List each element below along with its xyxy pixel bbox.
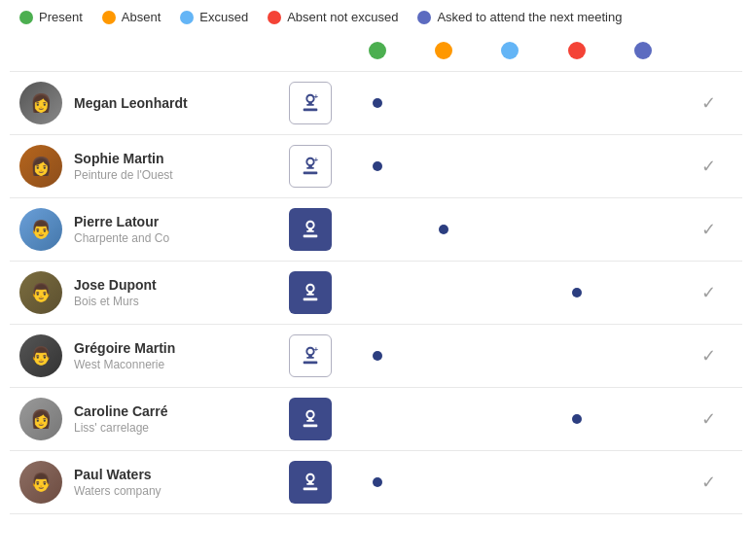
- stamp-icon: +: [300, 345, 321, 367]
- person-company: Peinture de l'Ouest: [74, 168, 173, 182]
- svg-rect-2: [304, 172, 318, 175]
- col-header-check: [676, 34, 742, 72]
- status-cell-absent[interactable]: [411, 135, 477, 198]
- status-cell-present[interactable]: [344, 451, 411, 514]
- status-cell-present[interactable]: [344, 388, 411, 451]
- sign-cell[interactable]: +: [277, 72, 344, 135]
- status-cell-excused[interactable]: [477, 72, 543, 135]
- status-dot: [439, 225, 448, 234]
- absent-not-excused-header-dot: [568, 42, 586, 59]
- sign-button-filled[interactable]: [289, 398, 332, 440]
- person-text-info: Megan Leonhardt: [74, 95, 188, 111]
- status-cell-absent_not_excused[interactable]: [543, 451, 609, 514]
- status-cell-present[interactable]: [344, 198, 411, 262]
- person-info-wrapper: 👨Grégoire MartinWest Maconnerie: [19, 334, 268, 377]
- status-cell-absent[interactable]: [411, 262, 477, 325]
- person-info-wrapper: 👨Pierre LatourCharpente and Co: [19, 208, 268, 251]
- svg-rect-5: [304, 298, 318, 301]
- sign-cell[interactable]: [277, 262, 344, 325]
- stamp-icon: [300, 472, 321, 493]
- absent-header-dot: [435, 42, 452, 59]
- checkmark-icon: ✓: [701, 283, 716, 302]
- sign-cell[interactable]: +: [277, 135, 344, 198]
- status-cell-absent[interactable]: [411, 325, 477, 388]
- status-cell-excused[interactable]: [477, 198, 543, 262]
- status-cell-excused[interactable]: [477, 135, 543, 198]
- status-dot: [373, 351, 382, 361]
- check-cell: ✓: [676, 198, 742, 262]
- checkmark-icon: ✓: [701, 346, 716, 366]
- status-cell-excused[interactable]: [477, 262, 543, 325]
- svg-rect-0: [304, 109, 318, 112]
- person-company: West Maconnerie: [74, 358, 175, 371]
- checkmark-icon: ✓: [701, 220, 716, 239]
- person-company: Charpente and Co: [74, 231, 169, 245]
- person-cell: 👩Megan Leonhardt: [10, 72, 277, 135]
- status-cell-present[interactable]: [344, 72, 411, 135]
- status-cell-present[interactable]: [344, 325, 411, 388]
- status-cell-asked_next[interactable]: [610, 198, 676, 262]
- person-name: Caroline Carré: [74, 403, 167, 419]
- sign-button-filled[interactable]: [289, 208, 332, 251]
- status-dot: [572, 414, 582, 424]
- person-info-wrapper: 👩Sophie MartinPeinture de l'Ouest: [19, 145, 268, 188]
- legend-dot: [268, 11, 281, 24]
- legend: PresentAbsentExcusedAbsent not excusedAs…: [0, 0, 752, 34]
- status-cell-asked_next[interactable]: [610, 451, 676, 514]
- check-cell: ✓: [676, 72, 742, 135]
- status-cell-absent_not_excused[interactable]: [543, 198, 609, 262]
- status-cell-absent_not_excused[interactable]: [543, 262, 609, 325]
- legend-item-present: Present: [19, 10, 83, 24]
- status-cell-absent_not_excused[interactable]: [543, 135, 609, 198]
- legend-dot: [102, 11, 116, 24]
- stamp-icon: [300, 219, 321, 240]
- person-name: Megan Leonhardt: [74, 95, 188, 111]
- sign-button-filled[interactable]: [289, 271, 332, 314]
- asked-next-header-dot: [634, 42, 652, 59]
- status-cell-absent[interactable]: [411, 198, 477, 262]
- sign-button-outline[interactable]: +: [289, 145, 332, 188]
- person-name: Sophie Martin: [74, 151, 173, 166]
- legend-label: Excused: [199, 10, 248, 24]
- sign-cell[interactable]: [277, 388, 344, 451]
- person-text-info: Pierre LatourCharpente and Co: [74, 214, 169, 245]
- status-cell-absent_not_excused[interactable]: [543, 388, 609, 451]
- col-header-asked-next: [610, 34, 676, 72]
- status-cell-absent[interactable]: [411, 388, 477, 451]
- svg-rect-4: [304, 235, 318, 238]
- person-info-wrapper: 👩Megan Leonhardt: [19, 82, 268, 124]
- person-cell: 👩Caroline CarréLiss' carrelage: [10, 388, 277, 451]
- person-cell: 👨Pierre LatourCharpente and Co: [10, 198, 277, 262]
- status-dot: [572, 288, 582, 298]
- sign-cell[interactable]: [277, 451, 344, 514]
- status-cell-absent[interactable]: [411, 72, 477, 135]
- status-cell-present[interactable]: [344, 262, 411, 325]
- sign-button-outline[interactable]: +: [289, 334, 332, 377]
- person-info-wrapper: 👩Caroline CarréLiss' carrelage: [19, 398, 268, 440]
- status-cell-present[interactable]: [344, 135, 411, 198]
- status-cell-excused[interactable]: [477, 325, 543, 388]
- sign-cell[interactable]: +: [277, 325, 344, 388]
- sign-button-filled[interactable]: [289, 461, 332, 504]
- avatar: 👩: [19, 82, 62, 124]
- status-cell-excused[interactable]: [477, 388, 543, 451]
- person-company: Bois et Murs: [74, 295, 157, 308]
- status-cell-absent[interactable]: [411, 451, 477, 514]
- stamp-icon: +: [300, 156, 321, 177]
- sign-button-outline[interactable]: +: [289, 82, 332, 124]
- legend-item-absent: Absent: [102, 10, 161, 24]
- status-cell-asked_next[interactable]: [610, 325, 676, 388]
- status-cell-excused[interactable]: [477, 451, 543, 514]
- status-cell-asked_next[interactable]: [610, 72, 676, 135]
- status-cell-absent_not_excused[interactable]: [543, 72, 609, 135]
- col-header-sign: [277, 34, 344, 72]
- attendance-table: 👩Megan Leonhardt+✓👩Sophie MartinPeinture…: [10, 34, 742, 514]
- status-cell-asked_next[interactable]: [610, 388, 676, 451]
- status-cell-asked_next[interactable]: [610, 135, 676, 198]
- checkmark-icon: ✓: [701, 409, 716, 429]
- status-cell-asked_next[interactable]: [610, 262, 676, 325]
- sign-cell[interactable]: [277, 198, 344, 262]
- status-cell-absent_not_excused[interactable]: [543, 325, 609, 388]
- table-row: 👩Megan Leonhardt+✓: [10, 72, 742, 135]
- checkmark-icon: ✓: [701, 93, 716, 113]
